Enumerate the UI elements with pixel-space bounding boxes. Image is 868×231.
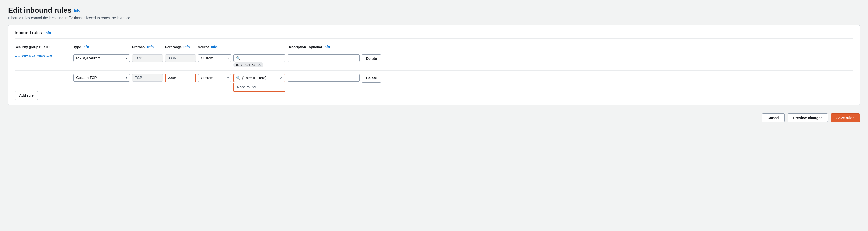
row2-search-with-clear: 🔍 ✕ [234, 74, 285, 82]
row1-desc-cell [287, 54, 360, 62]
row1-source-tag-value: 8.17.90.41/32 [236, 63, 257, 67]
col-header-port: Port range Info [165, 45, 196, 49]
row1-tags-row: 8.17.90.41/32 ✕ [198, 62, 264, 67]
save-rules-button[interactable]: Save rules [831, 113, 860, 122]
col-port-info-link[interactable]: Info [183, 45, 190, 49]
col-protocol-label: Protocol [132, 45, 146, 49]
row1-desc-input[interactable] [287, 54, 360, 62]
add-rule-row: Add rule [15, 89, 853, 100]
table-row: sgr-0082d2e4528905ed9 MYSQL/Aurora ▼ [15, 51, 853, 71]
row2-rule-id-cell: – [15, 74, 71, 78]
row2-clear-icon[interactable]: ✕ [280, 76, 283, 80]
page-title-row: Edit inbound rules Info [8, 6, 860, 14]
row1-source-search-input[interactable] [234, 54, 285, 62]
inbound-rules-card: Inbound rules Info Security group rule I… [8, 25, 860, 105]
col-type-info-link[interactable]: Info [82, 45, 89, 49]
col-protocol-info-link[interactable]: Info [147, 45, 154, 49]
row1-source-search-wrapper: 🔍 [234, 54, 285, 62]
col-source-info-link[interactable]: Info [211, 45, 218, 49]
col-header-rule-id: Security group rule ID [15, 45, 71, 49]
row2-rule-id: – [15, 74, 17, 78]
row2-protocol-cell [132, 74, 163, 81]
inbound-rules-info-link[interactable]: Info [44, 31, 51, 35]
add-rule-button[interactable]: Add rule [15, 91, 38, 100]
row2-protocol-input [132, 74, 163, 81]
row2-type-select[interactable]: Custom TCP [73, 74, 130, 81]
row1-protocol-input [132, 54, 163, 62]
row2-source-select-wrapper: Custom ▼ [198, 74, 231, 82]
col-header-type: Type Info [73, 45, 130, 49]
row1-source-tag-close-icon[interactable]: ✕ [258, 63, 261, 67]
col-type-label: Type [73, 45, 81, 49]
row1-type-select[interactable]: MYSQL/Aurora [73, 54, 130, 62]
page-title-info-link[interactable]: Info [74, 8, 80, 12]
col-rule-id-label: Security group rule ID [15, 45, 50, 49]
row2-port-input[interactable] [165, 74, 196, 82]
row1-type-select-wrapper: MYSQL/Aurora ▼ [73, 54, 130, 62]
inbound-rules-label: Inbound rules [15, 31, 42, 35]
row1-source-select-wrapper: Custom ▼ [198, 54, 231, 62]
col-header-description: Description - optional Info [287, 45, 360, 49]
row1-delete-button[interactable]: Delete [362, 54, 381, 63]
page-description: Inbound rules control the incoming traff… [8, 16, 860, 20]
col-header-protocol: Protocol Info [132, 45, 163, 49]
row2-source-cell: Custom ▼ 🔍 ✕ None found [198, 74, 285, 82]
col-source-label: Source [198, 45, 209, 49]
page-title: Edit inbound rules [8, 6, 71, 14]
row2-type-select-wrapper: Custom TCP ▼ [73, 74, 130, 81]
row1-delete-cell: Delete [362, 54, 388, 63]
page-wrapper: Edit inbound rules Info Inbound rules co… [0, 0, 868, 231]
row1-port-input [165, 54, 196, 62]
col-desc-label: Description - optional [287, 45, 322, 49]
row2-source-search-wrapper: 🔍 ✕ None found [234, 74, 285, 82]
row1-source-tag-chip: 8.17.90.41/32 ✕ [234, 62, 264, 67]
col-header-source: Source Info [198, 45, 285, 49]
preview-changes-button[interactable]: Preview changes [788, 113, 828, 122]
row2-source-row: Custom ▼ 🔍 ✕ None found [198, 74, 285, 82]
table-header-row: Security group rule ID Type Info Protoco… [15, 43, 853, 51]
row2-delete-button[interactable]: Delete [362, 74, 381, 82]
row2-source-dropdown: None found [234, 82, 285, 92]
col-port-label: Port range [165, 45, 182, 49]
row1-rule-id: sgr-0082d2e4528905ed9 [15, 54, 52, 58]
col-header-actions [362, 45, 388, 49]
row1-source-select[interactable]: Custom [198, 54, 231, 62]
row1-source-cell: Custom ▼ 🔍 8.17.90.41/32 ✕ [198, 54, 285, 67]
card-header: Inbound rules Info [15, 31, 853, 39]
row1-rule-id-cell: sgr-0082d2e4528905ed9 [15, 54, 71, 58]
row2-source-select[interactable]: Custom [198, 74, 231, 82]
cancel-button[interactable]: Cancel [762, 113, 784, 122]
row2-port-cell [165, 74, 196, 82]
row1-type-cell: MYSQL/Aurora ▼ [73, 54, 130, 62]
row1-protocol-cell [132, 54, 163, 62]
row2-delete-cell: Delete [362, 74, 388, 82]
footer-bar: Cancel Preview changes Save rules [8, 109, 860, 126]
page-header: Edit inbound rules Info Inbound rules co… [8, 6, 860, 20]
row1-port-cell [165, 54, 196, 62]
row2-desc-cell [287, 74, 360, 81]
table-row: – Custom TCP ▼ [15, 71, 853, 86]
row2-type-cell: Custom TCP ▼ [73, 74, 130, 81]
row1-source-row: Custom ▼ 🔍 [198, 54, 285, 62]
row2-desc-input[interactable] [287, 74, 360, 81]
row2-source-search-input[interactable] [234, 74, 285, 82]
col-desc-info-link[interactable]: Info [323, 45, 330, 49]
row2-none-found-label: None found [237, 85, 256, 89]
